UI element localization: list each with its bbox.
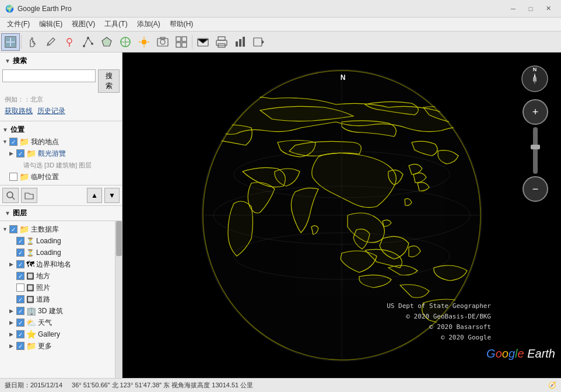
svg-point-5	[67, 38, 72, 43]
menu-file[interactable]: 文件(F)	[2, 18, 34, 30]
toolbar-map-view[interactable]	[1, 33, 20, 51]
layers-triangle-icon: ▼	[5, 210, 10, 216]
photos-label: 照片	[36, 283, 50, 293]
history-link[interactable]: 历史记录	[37, 106, 65, 116]
toolbar	[0, 32, 561, 52]
search-header[interactable]: ▼ 搜索	[2, 55, 120, 67]
temp-places-label: 临时位置	[31, 172, 59, 182]
main-db-label: 主数据库	[31, 225, 59, 235]
layer-gallery[interactable]: ▶ ✓ ⭐ Gallery	[0, 328, 115, 340]
layer-more[interactable]: ▶ ✓ 📁 更多	[0, 340, 115, 352]
my-places-expand-icon: ▼	[2, 139, 9, 145]
places-section: ▼ 位置 ▼ ✓ 📁 我的地点 ▶ ✓ 📁 觀光游覽 请勾选 [3D 建筑物] …	[0, 121, 122, 186]
close-button[interactable]: ✕	[540, 3, 556, 15]
window-controls: ─ □ ✕	[505, 3, 556, 15]
toolbar-print[interactable]	[212, 33, 231, 51]
search-input[interactable]	[2, 69, 96, 82]
minimize-button[interactable]: ─	[505, 3, 521, 15]
photos-checkbox[interactable]	[16, 284, 24, 292]
toolbar-sun[interactable]	[135, 33, 153, 51]
toolbar-hand[interactable]	[23, 33, 41, 51]
loading1-checkbox[interactable]: ✓	[16, 237, 24, 245]
layer-loading-2[interactable]: ✓ ⏳ Loading	[0, 247, 115, 258]
loading2-checkbox[interactable]: ✓	[16, 249, 24, 257]
toolbar-placemark[interactable]	[60, 33, 79, 51]
search-section: ▼ 搜索 搜索 例如：：北京 获取路线 历史记录	[0, 52, 122, 121]
layer-photos[interactable]: 🔲 照片	[0, 282, 115, 293]
layer-loading-1[interactable]: ✓ ⏳ Loading	[0, 235, 115, 247]
places-layer-checkbox[interactable]: ✓	[16, 272, 24, 280]
menu-help[interactable]: 帮助(H)	[165, 18, 198, 30]
tourism-item[interactable]: ▶ ✓ 📁 觀光游覽	[0, 148, 122, 159]
temp-places-item[interactable]: 📁 临时位置	[0, 171, 122, 183]
layer-places[interactable]: ✓ 🔲 地方	[0, 270, 115, 282]
compass-widget[interactable]: N	[520, 64, 549, 93]
more-icon: 📁	[26, 341, 36, 351]
toolbar-overlay[interactable]	[116, 33, 135, 51]
temp-places-checkbox[interactable]	[9, 173, 17, 181]
weather-checkbox[interactable]: ✓	[16, 318, 24, 327]
search-button[interactable]: 搜索	[98, 69, 120, 93]
loading1-label: Loading	[36, 237, 61, 245]
tourism-checkbox[interactable]: ✓	[16, 149, 24, 158]
globe-area[interactable]: N N + − US Dept of State Geographer © 20	[122, 52, 561, 378]
my-places-item[interactable]: ▼ ✓ 📁 我的地点	[0, 136, 122, 148]
main-db-checkbox[interactable]: ✓	[9, 225, 17, 233]
loading2-label: Loading	[36, 249, 61, 257]
nav-down-arrow[interactable]: ▼	[104, 188, 120, 203]
zoom-slider-thumb[interactable]	[531, 145, 540, 149]
svg-rect-28	[239, 39, 241, 47]
menu-tools[interactable]: 工具(T)	[100, 18, 132, 30]
layer-roads[interactable]: ✓ 🔲 道路	[0, 293, 115, 305]
toolbar-path[interactable]	[79, 33, 97, 51]
nav-row: ▲ ▼	[0, 186, 122, 206]
toolbar-movie[interactable]	[250, 33, 268, 51]
layer-borders[interactable]: ▶ ✓ 🗺 边界和地名	[0, 258, 115, 270]
buildings-hint-label: 请勾选 [3D 建筑物] 图层	[23, 161, 92, 170]
menu-add[interactable]: 添加(A)	[132, 18, 165, 30]
scrollbar-thumb[interactable]	[116, 221, 122, 256]
layer-main-db[interactable]: ▼ ✓ 📁 主数据库	[0, 223, 115, 235]
toolbar-chart[interactable]	[231, 33, 250, 51]
nav-folder-icon[interactable]	[21, 188, 37, 203]
borders-checkbox[interactable]: ✓	[16, 260, 24, 268]
layer-3d-buildings[interactable]: ▶ ✓ 🏢 3D 建筑	[0, 305, 115, 317]
nav-search-icon[interactable]	[2, 188, 19, 203]
status-compass-icon: 🧭	[548, 382, 556, 389]
layers-scrollbar[interactable]	[115, 221, 122, 378]
maximize-button[interactable]: □	[523, 3, 539, 15]
toolbar-polygon[interactable]	[97, 33, 116, 51]
left-panel: ▼ 搜索 搜索 例如：：北京 获取路线 历史记录 ▼ 位置 ▼ ✓	[0, 52, 122, 378]
roads-checkbox[interactable]: ✓	[16, 295, 24, 303]
layers-header[interactable]: ▼ 图层	[0, 206, 122, 221]
layer-weather[interactable]: ▶ ✓ ⛅ 天气	[0, 317, 115, 328]
menu-edit[interactable]: 编辑(E)	[34, 18, 67, 30]
svg-point-17	[160, 40, 165, 44]
3d-checkbox[interactable]: ✓	[16, 307, 24, 315]
loading1-icon: ⏳	[26, 237, 34, 245]
toolbar-pencil[interactable]	[41, 33, 60, 51]
toolbar-email[interactable]	[194, 33, 212, 51]
nav-up-arrow[interactable]: ▲	[87, 188, 102, 203]
more-label: 更多	[38, 341, 52, 351]
more-checkbox[interactable]: ✓	[16, 342, 24, 350]
places-header[interactable]: ▼ 位置	[0, 124, 122, 136]
zoom-in-button[interactable]: +	[523, 99, 548, 125]
layers-title: 图层	[13, 208, 27, 218]
layers-with-scroll: ▼ ✓ 📁 主数据库 ✓ ⏳ Loading ✓ ⏳ Loadin	[0, 221, 122, 378]
3d-label: 3D 建筑	[38, 306, 63, 316]
gallery-checkbox[interactable]: ✓	[16, 330, 24, 338]
toolbar-grid[interactable]	[172, 33, 191, 51]
search-triangle-icon: ▼	[5, 58, 10, 64]
search-hint: 例如：：北京	[2, 95, 120, 104]
toolbar-photo[interactable]	[153, 33, 172, 51]
zoom-slider-track[interactable]	[533, 127, 538, 174]
get-directions-link[interactable]: 获取路线	[5, 106, 33, 116]
app-title: Google Earth Pro	[17, 5, 505, 13]
my-places-checkbox[interactable]: ✓	[9, 138, 17, 146]
zoom-out-button[interactable]: −	[523, 176, 548, 202]
svg-rect-20	[182, 37, 187, 41]
svg-rect-1	[5, 37, 10, 41]
status-coords: 36° 51'50.66″ 北 123° 51'47.38″ 东 视角海拔高度 …	[72, 381, 253, 390]
menu-view[interactable]: 视图(V)	[67, 18, 100, 30]
